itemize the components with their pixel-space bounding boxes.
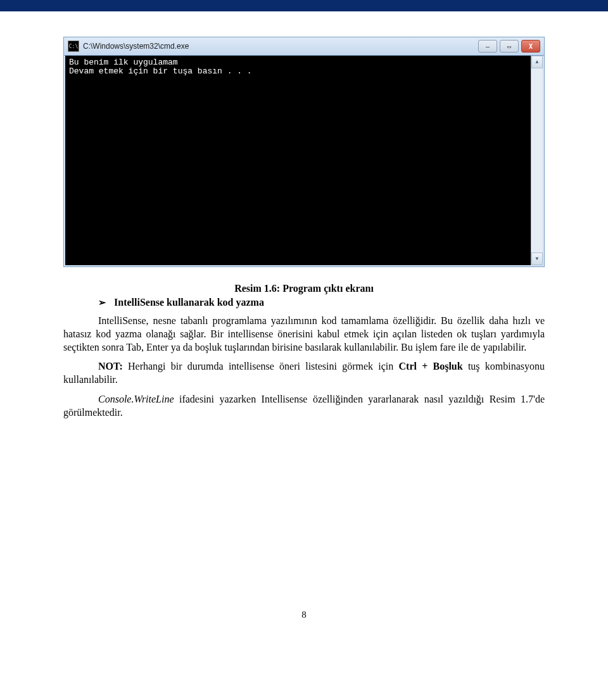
scroll-down-button[interactable]: ▼: [531, 253, 543, 265]
console-text: Bu benim ilk uygulamam Devam etmek için …: [69, 58, 252, 76]
paragraph-3: Console.WriteLine ifadesini yazarken Int…: [63, 393, 545, 420]
paragraph-1: IntelliSense, nesne tabanlı programlama …: [63, 315, 545, 354]
paragraph-2: NOT: Herhangi bir durumda intellisense ö…: [63, 360, 545, 387]
console-output: Bu benim ilk uygulamam Devam etmek için …: [64, 56, 544, 266]
code-identifier: Console.WriteLine: [98, 394, 174, 404]
page-content: C:\ C:\Windows\system32\cmd.exe — ▭ X Bu…: [0, 11, 608, 646]
window-title: C:\Windows\system32\cmd.exe: [83, 42, 478, 51]
scroll-track[interactable]: [531, 68, 543, 253]
note-label: NOT:: [98, 361, 123, 372]
page-top-bar: [0, 0, 608, 11]
window-titlebar: C:\ C:\Windows\system32\cmd.exe — ▭ X: [64, 37, 544, 56]
section-heading: ➢ IntelliSense kullanarak kod yazma: [98, 297, 545, 308]
window-buttons: — ▭ X: [478, 40, 540, 53]
figure-caption: Resim 1.6: Program çıktı ekranı: [63, 283, 545, 294]
close-button[interactable]: X: [521, 40, 540, 53]
cmd-icon-label: C:\: [69, 44, 78, 49]
para2-text-a: Herhangi bir durumda intellisense öneri …: [123, 361, 399, 372]
shortcut-label: Ctrl + Boşluk: [399, 361, 463, 372]
scroll-up-button[interactable]: ▲: [531, 56, 543, 68]
minimize-button[interactable]: —: [478, 40, 497, 53]
page-number: 8: [63, 609, 545, 620]
cmd-icon: C:\: [68, 41, 79, 52]
cmd-window: C:\ C:\Windows\system32\cmd.exe — ▭ X Bu…: [63, 37, 545, 267]
maximize-button[interactable]: ▭: [500, 40, 519, 53]
bullet-arrow-icon: ➢: [98, 297, 106, 308]
scrollbar[interactable]: ▲ ▼: [531, 56, 543, 265]
section-heading-text: IntelliSense kullanarak kod yazma: [114, 297, 264, 308]
